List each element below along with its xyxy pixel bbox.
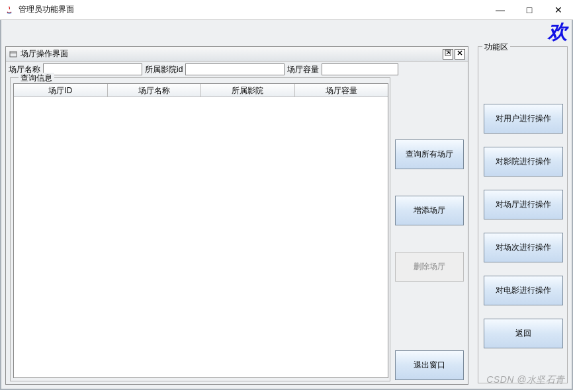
internal-frame-icon — [9, 50, 18, 59]
cinema-ops-button[interactable]: 对影院进行操作 — [484, 147, 563, 176]
exit-window-button[interactable]: 退出窗口 — [395, 350, 464, 380]
client-area: 欢 功能区 对用户进行操作 对影院进行操作 对场厅进行操作 对场次进行操作 对电… — [0, 20, 573, 390]
function-panel-legend: 功能区 — [482, 42, 510, 53]
function-panel: 功能区 对用户进行操作 对影院进行操作 对场厅进行操作 对场次进行操作 对电影进… — [478, 46, 568, 383]
minimize-button[interactable]: — — [486, 0, 515, 20]
internal-close-icon[interactable] — [455, 49, 465, 59]
query-group: 查询信息 场厅ID 场厅名称 所属影院 场厅容量 — [10, 77, 390, 381]
internal-frame-title: 场厅操作界面 — [21, 48, 68, 59]
svg-rect-0 — [10, 52, 17, 57]
col-capacity[interactable]: 场厅容量 — [295, 84, 388, 97]
table-header: 场厅ID 场厅名称 所属影院 场厅容量 — [14, 84, 388, 97]
hall-name-input[interactable] — [43, 63, 142, 75]
internal-frame-titlebar[interactable]: 场厅操作界面 — [6, 47, 468, 61]
banner-char: 欢 — [548, 19, 568, 46]
window-controls: — □ ✕ — [486, 0, 573, 20]
close-button[interactable]: ✕ — [544, 0, 573, 20]
session-ops-button[interactable]: 对场次进行操作 — [484, 233, 563, 262]
cinema-id-label: 所属影院id — [145, 64, 183, 75]
internal-maximize-icon[interactable] — [443, 49, 453, 59]
delete-hall-button: 删除场厅 — [395, 252, 464, 282]
results-table[interactable]: 场厅ID 场厅名称 所属影院 场厅容量 — [13, 83, 388, 378]
hall-ops-window: 场厅操作界面 场厅名称 所属影院id 场厅容量 查询信息 场厅ID — [5, 46, 468, 385]
col-cinema[interactable]: 所属影院 — [201, 84, 295, 97]
capacity-label: 场厅容量 — [287, 64, 319, 75]
maximize-button[interactable]: □ — [515, 0, 544, 20]
window-title: 管理员功能界面 — [19, 4, 74, 15]
back-button[interactable]: 返回 — [484, 319, 563, 348]
query-group-legend: 查询信息 — [19, 73, 54, 84]
form-row: 场厅名称 所属影院id 场厅容量 — [6, 61, 468, 77]
movie-ops-button[interactable]: 对电影进行操作 — [484, 276, 563, 305]
java-app-icon — [4, 5, 15, 15]
user-ops-button[interactable]: 对用户进行操作 — [484, 104, 563, 134]
col-hall-name[interactable]: 场厅名称 — [108, 84, 202, 97]
capacity-input[interactable] — [322, 63, 398, 75]
add-hall-button[interactable]: 增添场厅 — [395, 196, 464, 225]
window-titlebar: 管理员功能界面 — □ ✕ — [0, 0, 573, 20]
col-hall-id[interactable]: 场厅ID — [14, 84, 108, 97]
cinema-id-input[interactable] — [185, 63, 285, 75]
query-all-button[interactable]: 查询所有场厅 — [395, 139, 464, 169]
hall-ops-button[interactable]: 对场厅进行操作 — [484, 190, 563, 219]
